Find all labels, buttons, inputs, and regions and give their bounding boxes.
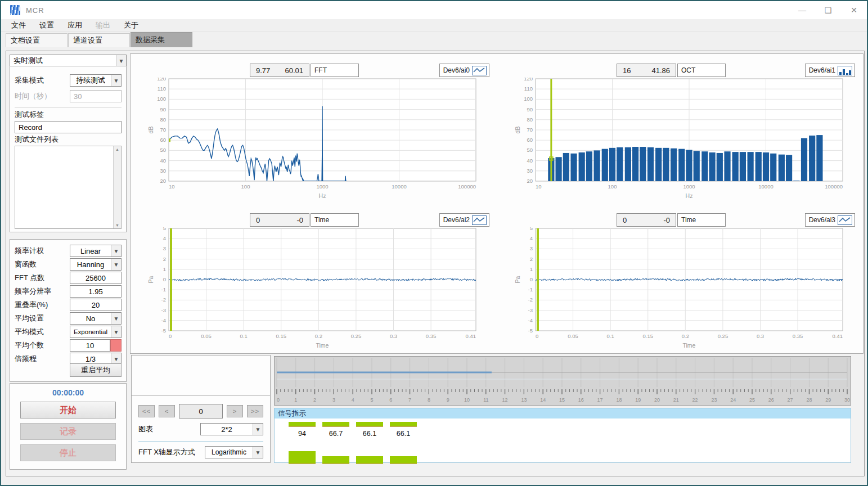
window-title: MCR: [26, 6, 44, 15]
chevron-down-icon: ▼: [111, 245, 121, 256]
acquisition-panel: 采集模式 持续测试 ▼ 时间（秒） 30 测试标签 Record 测试文件列表 …: [10, 66, 127, 232]
chart-type-box[interactable]: OCT: [677, 64, 726, 77]
time-plot[interactable]: -5-4-3-2-101234500.050.10.150.20.250.30.…: [513, 227, 851, 352]
channel-selector[interactable]: Dev6/ai1: [805, 64, 855, 77]
menu-settings[interactable]: 设置: [33, 19, 61, 32]
svg-text:17: 17: [597, 397, 603, 403]
chart-panel-fft-ai0: 9.7760.01FFTDev6/ai020304050607080901001…: [131, 54, 497, 204]
minimize-button[interactable]: —: [789, 1, 815, 19]
oct-plot[interactable]: 2030405060708090100110120101001000100001…: [513, 78, 851, 202]
svg-text:-3: -3: [161, 307, 166, 313]
record-timeline[interactable]: 0123456789101112131415161718192021222324…: [274, 356, 851, 406]
svg-text:-2: -2: [528, 296, 533, 303]
param-value: Hanning: [70, 260, 111, 269]
svg-text:7: 7: [408, 397, 411, 403]
svg-text:10: 10: [464, 397, 470, 403]
param-select[interactable]: Exponential▼: [70, 326, 122, 338]
next-page-button[interactable]: >: [227, 405, 243, 417]
time-input: 30: [70, 90, 122, 102]
param-select[interactable]: Hanning▼: [70, 258, 122, 271]
line-chart-icon: [472, 215, 487, 225]
svg-text:0.35: 0.35: [426, 333, 437, 339]
svg-text:14: 14: [540, 397, 546, 403]
title-bar: MCR — ❑ ✕: [1, 1, 867, 19]
param-input[interactable]: 1.95: [70, 285, 122, 298]
time-plot[interactable]: -5-4-3-2-101234500.050.10.150.20.250.30.…: [146, 227, 484, 352]
line-chart-icon: [472, 66, 487, 75]
param-value: No: [70, 314, 111, 323]
svg-text:30: 30: [160, 168, 166, 174]
channel-selector[interactable]: Dev6/ai3: [805, 213, 855, 227]
param-row: 窗函数Hanning▼: [15, 258, 122, 271]
first-page-button[interactable]: <<: [138, 405, 155, 417]
channel-selector[interactable]: Dev6/ai2: [439, 213, 489, 227]
fft-xaxis-mode-select[interactable]: Logarithmic ▼: [205, 446, 263, 458]
svg-text:0: 0: [163, 276, 166, 282]
test-tag-label: 测试标签: [15, 110, 122, 120]
param-input[interactable]: 10: [70, 339, 110, 352]
menu-about[interactable]: 关于: [117, 19, 145, 32]
chart-type-box[interactable]: Time: [311, 213, 359, 227]
test-tag-input[interactable]: Record: [15, 121, 122, 133]
channel-selector[interactable]: Dev6/ai0: [439, 64, 489, 77]
chart-type-box[interactable]: FFT: [311, 64, 359, 77]
svg-text:0.41: 0.41: [833, 333, 843, 339]
param-value: Linear: [70, 247, 111, 255]
param-value: Exponential: [70, 328, 111, 335]
signal-indication-title: 信号指示: [275, 408, 851, 418]
chevron-down-icon: ▼: [116, 55, 126, 66]
param-label: 平均模式: [15, 327, 70, 337]
menu-file[interactable]: 文件: [5, 19, 33, 32]
svg-text:18: 18: [616, 397, 622, 403]
scrollbar[interactable]: ▲▼: [113, 146, 121, 228]
svg-text:28: 28: [806, 397, 812, 403]
prev-page-button[interactable]: <: [159, 405, 175, 417]
acq-mode-select[interactable]: 持续测试 ▼: [70, 74, 122, 87]
test-type-select[interactable]: 实时测试 ▼: [10, 55, 127, 67]
restart-average-button[interactable]: 重启平均: [70, 363, 122, 377]
svg-text:10: 10: [536, 183, 542, 190]
param-value: 1/3: [70, 355, 111, 363]
fft-plot[interactable]: 2030405060708090100110120101001000100001…: [146, 78, 484, 202]
page-navigator: << < 0 > >>: [138, 404, 263, 418]
signal-level-value: 66.1: [356, 430, 383, 438]
param-input[interactable]: 20: [70, 299, 122, 311]
svg-text:6: 6: [389, 397, 392, 403]
tab-channel-settings[interactable]: 通道设置: [68, 33, 130, 47]
app-logo-icon: [10, 5, 20, 15]
last-page-button[interactable]: >>: [247, 405, 263, 417]
tab-document-settings[interactable]: 文档设置: [6, 33, 68, 47]
svg-text:29: 29: [825, 397, 831, 403]
svg-text:26: 26: [768, 397, 774, 403]
cursor-marker: [167, 138, 170, 142]
svg-text:0: 0: [277, 397, 280, 403]
page-number-box[interactable]: 0: [179, 404, 223, 418]
tab-data-acquisition[interactable]: 数据采集: [131, 32, 192, 47]
param-label: 重叠率(%): [15, 300, 70, 310]
svg-text:30: 30: [527, 168, 533, 174]
svg-text:80: 80: [527, 116, 533, 123]
svg-text:50: 50: [527, 147, 533, 153]
chart-layout-select[interactable]: 2*2 ▼: [200, 423, 263, 435]
test-file-list[interactable]: ▲▼: [15, 146, 122, 229]
chart-type-box[interactable]: Time: [677, 213, 726, 227]
svg-text:120: 120: [524, 78, 533, 82]
close-button[interactable]: ✕: [841, 1, 867, 19]
menu-application[interactable]: 应用: [61, 19, 89, 32]
param-select[interactable]: No▼: [70, 312, 122, 325]
start-button[interactable]: 开始: [20, 402, 116, 418]
param-select[interactable]: Linear▼: [70, 245, 122, 257]
svg-text:21: 21: [673, 397, 679, 403]
svg-text:0.2: 0.2: [315, 333, 322, 339]
svg-text:27: 27: [788, 397, 793, 403]
svg-text:3: 3: [163, 245, 166, 251]
svg-text:120: 120: [157, 78, 166, 82]
maximize-button[interactable]: ❑: [815, 1, 841, 19]
svg-text:-4: -4: [528, 317, 533, 323]
param-input[interactable]: 25600: [70, 272, 122, 284]
svg-text:5: 5: [530, 227, 533, 231]
menu-bar: 文件 设置 应用 输出 关于: [1, 19, 867, 32]
param-row: 频率计权Linear▼: [15, 244, 122, 258]
svg-text:19: 19: [635, 397, 641, 403]
cursor-x-value: 16: [623, 66, 631, 75]
